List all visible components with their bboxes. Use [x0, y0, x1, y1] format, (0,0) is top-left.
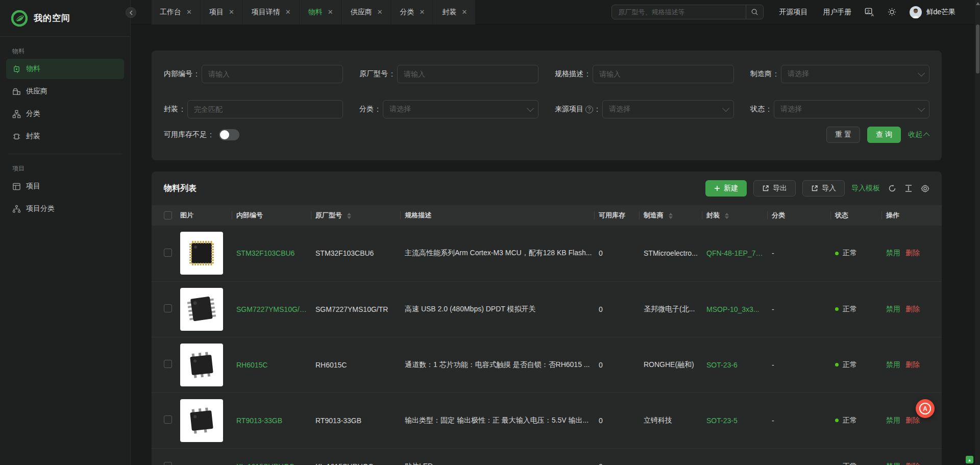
tab-close-icon[interactable]: ✕ [328, 9, 333, 15]
row-checkbox[interactable] [164, 360, 172, 368]
import-button[interactable]: 导入 [802, 180, 845, 197]
sidebar-item-suppliers[interactable]: 供应商 [6, 81, 124, 102]
tab-close-icon[interactable]: ✕ [461, 9, 467, 15]
disable-action[interactable]: 禁用 [886, 462, 900, 465]
delete-action[interactable]: 删除 [905, 462, 920, 465]
row-checkbox[interactable] [164, 415, 172, 424]
delete-action[interactable]: 删除 [905, 416, 920, 425]
part-image-cell[interactable] [176, 337, 232, 393]
row-checkbox[interactable] [164, 249, 172, 257]
column-header[interactable]: 内部编号 [232, 205, 311, 226]
column-header[interactable]: 原厂型号 [311, 205, 401, 226]
row-checkbox[interactable] [164, 462, 172, 465]
filter-text-input[interactable] [404, 70, 532, 78]
column-header[interactable]: 图片 [176, 205, 232, 226]
translate-icon[interactable]: 文 A [865, 7, 874, 17]
disable-action[interactable]: 禁用 [886, 360, 900, 370]
stock-toggle[interactable] [219, 129, 239, 140]
package-link[interactable]: - [706, 462, 764, 465]
column-header[interactable]: 制造商 [640, 205, 702, 226]
column-header[interactable]: 状态 [831, 205, 882, 226]
delete-action[interactable]: 删除 [905, 360, 920, 370]
export-button[interactable]: 导出 [753, 180, 796, 197]
internal-id-link[interactable]: STM32F103CBU6 [236, 249, 307, 257]
tab-close-icon[interactable]: ✕ [229, 9, 234, 15]
scrollbar-thumb[interactable] [976, 25, 979, 74]
help-icon[interactable]: ? [585, 106, 593, 113]
back-to-top-button[interactable]: ▴ [966, 456, 973, 463]
part-photo[interactable] [180, 344, 223, 386]
filter-text-input[interactable] [194, 105, 336, 113]
theme-toggle-sun-icon[interactable] [888, 8, 896, 16]
internal-id-link[interactable]: XL-1615SURUGC [236, 462, 307, 465]
disable-action[interactable]: 禁用 [886, 249, 900, 258]
filter-select[interactable]: 请选择 [774, 100, 929, 118]
part-image-cell[interactable] [176, 393, 232, 448]
filter-select[interactable]: 请选择 [781, 65, 929, 83]
filter-text-input[interactable] [208, 70, 336, 78]
ai-assistant-button[interactable]: A [916, 399, 935, 418]
disable-action[interactable]: 禁用 [886, 416, 900, 425]
select-all-checkbox[interactable] [164, 211, 172, 219]
package-link[interactable]: MSOP-10_3x3... [706, 305, 764, 313]
filter-text-input[interactable] [599, 70, 727, 78]
package-link[interactable]: QFN-48-1EP_7x... [706, 249, 764, 257]
settings-gear-icon[interactable] [921, 184, 929, 193]
tab-项目[interactable]: 项目 ✕ [201, 0, 243, 25]
package-link[interactable]: SOT-23-5 [706, 417, 764, 425]
column-header[interactable]: 分类 [768, 205, 831, 226]
tab-项目详情[interactable]: 项目详情 ✕ [243, 0, 300, 25]
user-manual-link[interactable]: 用户手册 [823, 8, 851, 17]
delete-action[interactable]: 删除 [905, 305, 920, 314]
sidebar-item-materials[interactable]: 物料 [6, 59, 124, 79]
part-photo[interactable] [180, 232, 223, 275]
internal-id-link[interactable]: RT9013-33GB [236, 417, 307, 425]
reset-button[interactable]: 重 置 [826, 127, 860, 143]
sort-icons[interactable] [669, 213, 673, 219]
column-header[interactable]: 可用库存 [595, 205, 640, 226]
sidebar-item-project-categories[interactable]: 项目分类 [6, 199, 124, 219]
part-image-cell[interactable] [176, 226, 232, 281]
sort-icons[interactable] [725, 213, 729, 219]
tab-工作台[interactable]: 工作台 ✕ [151, 0, 201, 25]
part-photo[interactable] [180, 288, 223, 331]
row-height-icon[interactable] [904, 184, 913, 192]
sidebar-item-categories[interactable]: 分类 [6, 104, 124, 124]
workspace-header[interactable]: 我的空间 [0, 0, 130, 37]
scrollbar-up-arrow[interactable] [976, 2, 980, 5]
tab-供应商[interactable]: 供应商 ✕ [342, 0, 391, 25]
disable-action[interactable]: 禁用 [886, 305, 900, 314]
user-avatar[interactable] [910, 6, 922, 18]
filter-select[interactable]: 请选择 [383, 100, 538, 118]
tab-封装[interactable]: 封装 ✕ [433, 0, 476, 25]
internal-id-link[interactable]: SGM7227YMS10G/TR [236, 305, 307, 313]
column-header[interactable]: 规格描述 [401, 205, 595, 226]
search-button[interactable] [746, 5, 763, 19]
tab-close-icon[interactable]: ✕ [377, 9, 383, 15]
query-button[interactable]: 查 询 [867, 127, 901, 143]
filter-select[interactable]: 请选择 [602, 100, 734, 118]
tab-物料[interactable]: 物料 ✕ [300, 0, 342, 25]
collapse-filters-link[interactable]: 收起 [908, 130, 929, 139]
global-search[interactable] [611, 5, 764, 19]
part-image-cell[interactable] [176, 281, 232, 337]
tab-close-icon[interactable]: ✕ [420, 9, 425, 15]
part-image-cell[interactable]: - [176, 448, 232, 465]
column-header[interactable]: 操作 [882, 205, 942, 226]
internal-id-link[interactable]: RH6015C [236, 361, 307, 369]
row-checkbox[interactable] [164, 304, 172, 312]
username[interactable]: 鲜de芒果 [926, 8, 955, 17]
page-scrollbar[interactable] [974, 0, 980, 465]
sidebar-item-projects[interactable]: 项目 [6, 176, 124, 197]
tab-分类[interactable]: 分类 ✕ [391, 0, 434, 25]
column-header[interactable]: 封装 [702, 205, 768, 226]
sidebar-collapse-button[interactable] [126, 7, 136, 18]
package-link[interactable]: SOT-23-6 [706, 361, 764, 369]
refresh-icon[interactable] [888, 184, 896, 192]
global-search-input[interactable] [612, 8, 746, 16]
open-source-link[interactable]: 开源项目 [779, 8, 807, 17]
sort-icons[interactable] [347, 213, 351, 219]
tab-close-icon[interactable]: ✕ [285, 9, 291, 15]
part-photo[interactable] [180, 399, 223, 442]
import-template-link[interactable]: 导入模板 [851, 184, 880, 193]
